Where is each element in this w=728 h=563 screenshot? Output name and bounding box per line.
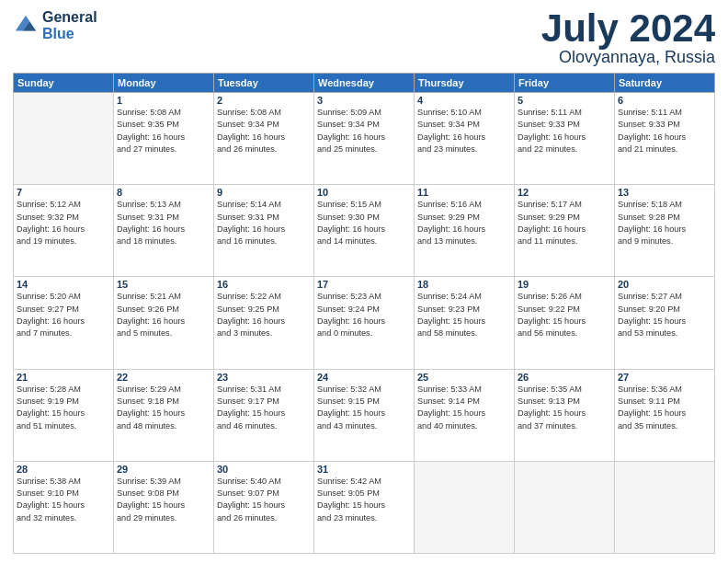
table-row: 30Sunrise: 5:40 AMSunset: 9:07 PMDayligh… — [214, 461, 314, 553]
logo-icon — [13, 13, 39, 39]
table-row: 11Sunrise: 5:16 AMSunset: 9:29 PMDayligh… — [415, 185, 515, 277]
day-number: 18 — [417, 279, 511, 290]
day-detail: Sunrise: 5:39 AMSunset: 9:08 PMDaylight:… — [117, 476, 210, 524]
day-detail: Sunrise: 5:16 AMSunset: 9:29 PMDaylight:… — [417, 199, 511, 247]
table-row: 28Sunrise: 5:38 AMSunset: 9:10 PMDayligh… — [14, 461, 114, 553]
calendar-table: Sunday Monday Tuesday Wednesday Thursday… — [13, 73, 715, 554]
day-detail: Sunrise: 5:11 AMSunset: 9:33 PMDaylight:… — [618, 107, 711, 155]
location-title: Olovyannaya, Russia — [541, 48, 715, 67]
day-number: 16 — [217, 279, 311, 290]
day-number: 8 — [117, 187, 210, 198]
table-row: 29Sunrise: 5:39 AMSunset: 9:08 PMDayligh… — [114, 461, 214, 553]
day-number: 25 — [417, 372, 511, 383]
table-row: 12Sunrise: 5:17 AMSunset: 9:29 PMDayligh… — [515, 185, 615, 277]
day-number: 24 — [317, 372, 411, 383]
table-row: 4Sunrise: 5:10 AMSunset: 9:34 PMDaylight… — [415, 93, 515, 185]
day-detail: Sunrise: 5:28 AMSunset: 9:19 PMDaylight:… — [17, 384, 110, 432]
table-row: 14Sunrise: 5:20 AMSunset: 9:27 PMDayligh… — [14, 277, 114, 369]
col-thursday: Thursday — [415, 74, 515, 93]
calendar-row-5: 28Sunrise: 5:38 AMSunset: 9:10 PMDayligh… — [14, 461, 715, 553]
day-number: 13 — [618, 187, 711, 198]
day-detail: Sunrise: 5:40 AMSunset: 9:07 PMDaylight:… — [217, 476, 311, 524]
day-detail: Sunrise: 5:11 AMSunset: 9:33 PMDaylight:… — [518, 107, 611, 155]
day-detail: Sunrise: 5:33 AMSunset: 9:14 PMDaylight:… — [417, 384, 511, 432]
day-detail: Sunrise: 5:15 AMSunset: 9:30 PMDaylight:… — [317, 199, 411, 247]
day-detail: Sunrise: 5:14 AMSunset: 9:31 PMDaylight:… — [217, 199, 311, 247]
table-row: 25Sunrise: 5:33 AMSunset: 9:14 PMDayligh… — [415, 369, 515, 461]
day-number: 31 — [317, 464, 411, 475]
table-row: 18Sunrise: 5:24 AMSunset: 9:23 PMDayligh… — [415, 277, 515, 369]
calendar-row-4: 21Sunrise: 5:28 AMSunset: 9:19 PMDayligh… — [14, 369, 715, 461]
day-detail: Sunrise: 5:17 AMSunset: 9:29 PMDaylight:… — [518, 199, 611, 247]
calendar-row-3: 14Sunrise: 5:20 AMSunset: 9:27 PMDayligh… — [14, 277, 715, 369]
calendar-header-row: Sunday Monday Tuesday Wednesday Thursday… — [14, 74, 715, 93]
day-number: 12 — [518, 187, 611, 198]
day-number: 15 — [117, 279, 210, 290]
day-detail: Sunrise: 5:18 AMSunset: 9:28 PMDaylight:… — [618, 199, 711, 247]
month-title: July 2024 — [541, 9, 715, 48]
table-row: 21Sunrise: 5:28 AMSunset: 9:19 PMDayligh… — [14, 369, 114, 461]
table-row — [515, 461, 615, 553]
table-row: 16Sunrise: 5:22 AMSunset: 9:25 PMDayligh… — [214, 277, 314, 369]
table-row: 17Sunrise: 5:23 AMSunset: 9:24 PMDayligh… — [314, 277, 415, 369]
col-wednesday: Wednesday — [314, 74, 415, 93]
day-number: 10 — [317, 187, 411, 198]
col-tuesday: Tuesday — [214, 74, 314, 93]
title-area: July 2024 Olovyannaya, Russia — [541, 9, 715, 67]
table-row: 24Sunrise: 5:32 AMSunset: 9:15 PMDayligh… — [314, 369, 415, 461]
logo-text: General Blue — [42, 9, 97, 42]
table-row: 27Sunrise: 5:36 AMSunset: 9:11 PMDayligh… — [615, 369, 715, 461]
day-detail: Sunrise: 5:08 AMSunset: 9:34 PMDaylight:… — [217, 107, 311, 155]
day-number: 3 — [317, 95, 411, 106]
col-monday: Monday — [114, 74, 214, 93]
header: General Blue July 2024 Olovyannaya, Russ… — [13, 9, 715, 67]
day-number: 4 — [417, 95, 511, 106]
table-row: 22Sunrise: 5:29 AMSunset: 9:18 PMDayligh… — [114, 369, 214, 461]
day-number: 9 — [217, 187, 311, 198]
day-detail: Sunrise: 5:31 AMSunset: 9:17 PMDaylight:… — [217, 384, 311, 432]
day-detail: Sunrise: 5:08 AMSunset: 9:35 PMDaylight:… — [117, 107, 210, 155]
day-number: 28 — [17, 464, 110, 475]
day-detail: Sunrise: 5:24 AMSunset: 9:23 PMDaylight:… — [417, 291, 511, 339]
col-friday: Friday — [515, 74, 615, 93]
day-detail: Sunrise: 5:20 AMSunset: 9:27 PMDaylight:… — [17, 291, 110, 339]
day-detail: Sunrise: 5:09 AMSunset: 9:34 PMDaylight:… — [317, 107, 411, 155]
day-detail: Sunrise: 5:21 AMSunset: 9:26 PMDaylight:… — [117, 291, 210, 339]
calendar-row-2: 7Sunrise: 5:12 AMSunset: 9:32 PMDaylight… — [14, 185, 715, 277]
table-row: 13Sunrise: 5:18 AMSunset: 9:28 PMDayligh… — [615, 185, 715, 277]
table-row: 7Sunrise: 5:12 AMSunset: 9:32 PMDaylight… — [14, 185, 114, 277]
day-number: 23 — [217, 372, 311, 383]
calendar-row-1: 1Sunrise: 5:08 AMSunset: 9:35 PMDaylight… — [14, 93, 715, 185]
table-row: 8Sunrise: 5:13 AMSunset: 9:31 PMDaylight… — [114, 185, 214, 277]
table-row — [615, 461, 715, 553]
table-row: 15Sunrise: 5:21 AMSunset: 9:26 PMDayligh… — [114, 277, 214, 369]
day-detail: Sunrise: 5:22 AMSunset: 9:25 PMDaylight:… — [217, 291, 311, 339]
day-number: 20 — [618, 279, 711, 290]
day-detail: Sunrise: 5:13 AMSunset: 9:31 PMDaylight:… — [117, 199, 210, 247]
day-number: 27 — [618, 372, 711, 383]
day-number: 6 — [618, 95, 711, 106]
day-number: 21 — [17, 372, 110, 383]
table-row: 26Sunrise: 5:35 AMSunset: 9:13 PMDayligh… — [515, 369, 615, 461]
table-row: 5Sunrise: 5:11 AMSunset: 9:33 PMDaylight… — [515, 93, 615, 185]
day-detail: Sunrise: 5:32 AMSunset: 9:15 PMDaylight:… — [317, 384, 411, 432]
day-detail: Sunrise: 5:27 AMSunset: 9:20 PMDaylight:… — [618, 291, 711, 339]
table-row: 19Sunrise: 5:26 AMSunset: 9:22 PMDayligh… — [515, 277, 615, 369]
table-row: 2Sunrise: 5:08 AMSunset: 9:34 PMDaylight… — [214, 93, 314, 185]
table-row: 6Sunrise: 5:11 AMSunset: 9:33 PMDaylight… — [615, 93, 715, 185]
day-detail: Sunrise: 5:38 AMSunset: 9:10 PMDaylight:… — [17, 476, 110, 524]
day-number: 14 — [17, 279, 110, 290]
day-number: 29 — [117, 464, 210, 475]
day-number: 26 — [518, 372, 611, 383]
table-row: 10Sunrise: 5:15 AMSunset: 9:30 PMDayligh… — [314, 185, 415, 277]
table-row — [415, 461, 515, 553]
day-detail: Sunrise: 5:26 AMSunset: 9:22 PMDaylight:… — [518, 291, 611, 339]
day-number: 2 — [217, 95, 311, 106]
logo: General Blue — [13, 9, 97, 42]
table-row — [14, 93, 114, 185]
day-number: 11 — [417, 187, 511, 198]
table-row: 20Sunrise: 5:27 AMSunset: 9:20 PMDayligh… — [615, 277, 715, 369]
col-sunday: Sunday — [14, 74, 114, 93]
day-number: 7 — [17, 187, 110, 198]
day-detail: Sunrise: 5:23 AMSunset: 9:24 PMDaylight:… — [317, 291, 411, 339]
